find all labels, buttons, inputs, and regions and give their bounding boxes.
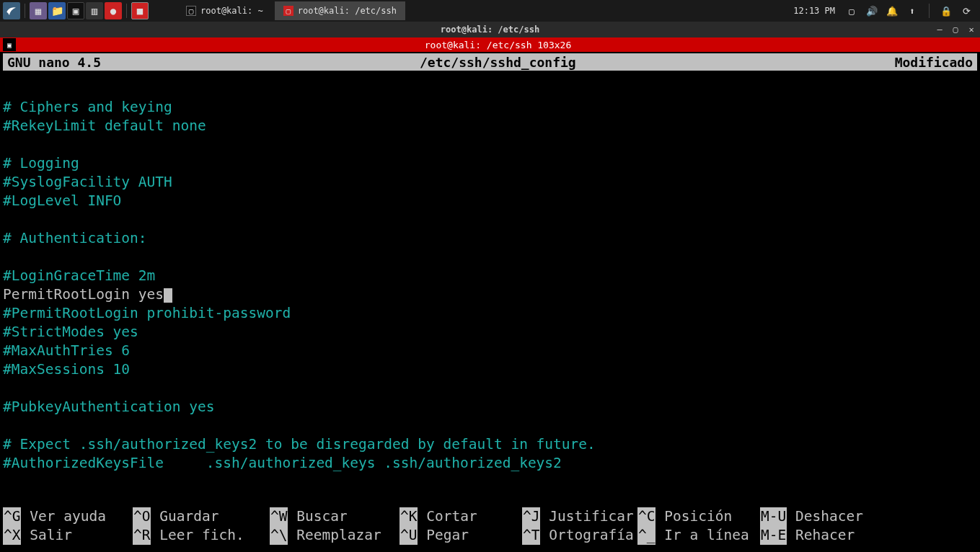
task-item-terminal-home[interactable]: ▢ root@kali: ~ <box>177 1 272 20</box>
network-icon[interactable]: ⬆ <box>906 6 919 17</box>
editor-line: #MaxAuthTries 6 <box>3 342 977 360</box>
shortcut-key: ^J <box>522 507 540 526</box>
editor-line: #LogLevel INFO <box>3 192 977 210</box>
top-panel: ▦ 📁 ▣ ▥ ● ■ ▢ root@kali: ~ ▢ root@kali: … <box>0 0 980 22</box>
editor-line: PermitRootLogin yes <box>3 285 977 304</box>
shortcut[interactable]: ^W Buscar <box>270 507 399 526</box>
close-button[interactable]: ✕ <box>966 25 977 35</box>
editor-line: #SyslogFacility AUTH <box>3 173 977 192</box>
app-icon[interactable]: ▥ <box>86 2 103 19</box>
shortcut-label: Ir a línea <box>655 526 749 545</box>
shortcut-key: ^R <box>133 526 151 545</box>
shortcut[interactable]: ^O Guardar <box>133 507 270 526</box>
shortcut-label: Rehacer <box>787 526 855 545</box>
shortcut-key: ^\ <box>270 526 288 545</box>
editor-line: # Authentication: <box>3 229 977 248</box>
window-titlebar[interactable]: root@kali: /etc/ssh — ▢ ✕ <box>0 22 980 37</box>
minimize-button[interactable]: — <box>934 25 945 35</box>
shortcut[interactable]: ^G Ver ayuda <box>3 507 133 526</box>
divider <box>126 4 127 18</box>
volume-icon[interactable]: 🔊 <box>865 6 878 17</box>
shortcut[interactable]: ^U Pegar <box>399 526 522 545</box>
terminal-icon: ▢ <box>186 6 196 16</box>
task-label: root@kali: ~ <box>200 6 263 16</box>
app-active-icon[interactable]: ■ <box>131 2 149 19</box>
nano-header: GNU nano 4.5 /etc/ssh/sshd_config Modifi… <box>3 53 977 71</box>
file-manager-icon[interactable]: 📁 <box>48 2 66 19</box>
shortcut-label: Guardar <box>151 507 218 526</box>
shortcut[interactable]: ^X Salir <box>3 526 133 545</box>
shortcut[interactable]: M-E Rehacer <box>760 526 875 545</box>
notifications-icon[interactable]: 🔔 <box>886 6 899 17</box>
shortcut-row: ^G Ver ayuda^O Guardar^W Buscar^K Cortar… <box>3 507 977 526</box>
divider <box>25 4 25 18</box>
shortcut-label: Buscar <box>288 507 347 526</box>
terminal-icon: ▢ <box>283 6 293 16</box>
shortcut-label: Leer fich. <box>151 526 244 545</box>
nano-footer: ^G Ver ayuda^O Guardar^W Buscar^K Cortar… <box>3 507 977 545</box>
shortcut-key: ^W <box>270 507 288 526</box>
shortcut[interactable]: ^_ Ir a línea <box>637 526 760 545</box>
task-label: root@kali: /etc/ssh <box>298 6 397 16</box>
editor-line: #AuthorizedKeysFile .ssh/authorized_keys… <box>3 454 977 473</box>
shortcut-label: Pegar <box>418 526 468 545</box>
workspace-icon[interactable]: ▦ <box>30 2 47 19</box>
shortcut-label: Justificar <box>540 507 633 526</box>
maximize-button[interactable]: ▢ <box>950 25 961 35</box>
shortcut-label: Salir <box>21 526 71 545</box>
kali-menu-icon[interactable] <box>3 2 20 19</box>
shortcut[interactable]: ^J Justificar <box>522 507 637 526</box>
nano-modified-status: Modificado <box>895 55 973 70</box>
power-icon[interactable]: ⟳ <box>960 6 973 17</box>
shortcut-key: M-E <box>760 526 787 545</box>
terminal-dimensions: root@kali: /etc/ssh 103x26 <box>16 40 980 50</box>
divider <box>929 4 930 18</box>
display-icon[interactable]: ▢ <box>845 6 858 17</box>
shortcut-label: Deshacer <box>787 507 863 526</box>
window-controls: — ▢ ✕ <box>934 25 977 35</box>
editor-line: #MaxSessions 10 <box>3 360 977 379</box>
shortcut[interactable]: ^K Cortar <box>399 507 522 526</box>
editor-line <box>3 79 977 98</box>
shortcut-label: Reemplazar <box>288 526 381 545</box>
terminal-icon[interactable]: ▣ <box>67 2 84 19</box>
editor-line: #RekeyLimit default none <box>3 117 977 135</box>
editor-line <box>3 417 977 435</box>
shortcut-key: ^O <box>133 507 151 526</box>
editor-line: #PermitRootLogin prohibit-password <box>3 304 977 323</box>
editor-line <box>3 210 977 229</box>
panel-launchers: ▦ 📁 ▣ ▥ ● ■ <box>0 2 149 19</box>
editor-line <box>3 135 977 154</box>
editor-line: # Logging <box>3 154 977 173</box>
task-item-terminal-ssh[interactable]: ▢ root@kali: /etc/ssh <box>275 1 405 20</box>
editor-line: # Expect .ssh/authorized_keys2 to be dis… <box>3 435 977 454</box>
app-red-icon[interactable]: ● <box>105 2 122 19</box>
shortcut-key: ^X <box>3 526 21 545</box>
nano-app-name: GNU nano 4.5 <box>7 55 101 70</box>
panel-system-tray: 12:13 PM ▢ 🔊 🔔 ⬆ 🔒 ⟳ <box>793 4 980 18</box>
shortcut-label: Ver ayuda <box>21 507 105 526</box>
shortcut-label: Ortografía <box>540 526 633 545</box>
taskbar: ▢ root@kali: ~ ▢ root@kali: /etc/ssh <box>177 1 405 20</box>
editor-line: #StrictModes yes <box>3 323 977 342</box>
shortcut-label: Posición <box>655 507 732 526</box>
clock[interactable]: 12:13 PM <box>793 6 838 16</box>
shortcut[interactable]: ^T Ortografía <box>522 526 637 545</box>
cursor <box>164 288 172 303</box>
shortcut[interactable]: ^\ Reemplazar <box>270 526 399 545</box>
editor-line <box>3 379 977 398</box>
editor-content[interactable]: # Ciphers and keying#RekeyLimit default … <box>0 71 980 473</box>
editor-line: #PubkeyAuthentication yes <box>3 398 977 417</box>
shortcut-key: ^U <box>399 526 418 545</box>
shortcut[interactable]: M-U Deshacer <box>760 507 875 526</box>
shortcut[interactable]: ^R Leer fich. <box>133 526 270 545</box>
shortcut[interactable]: ^C Posición <box>637 507 760 526</box>
shortcut-row: ^X Salir^R Leer fich.^\ Reemplazar^U Peg… <box>3 526 977 545</box>
shortcut-label: Cortar <box>418 507 477 526</box>
shortcut-key: ^T <box>522 526 540 545</box>
shortcut-key: ^C <box>637 507 655 526</box>
window-title: root@kali: /etc/ssh <box>0 25 980 35</box>
session-icon[interactable]: ▣ <box>3 38 16 51</box>
lock-icon[interactable]: 🔒 <box>940 6 953 17</box>
shortcut-key: M-U <box>760 507 787 526</box>
